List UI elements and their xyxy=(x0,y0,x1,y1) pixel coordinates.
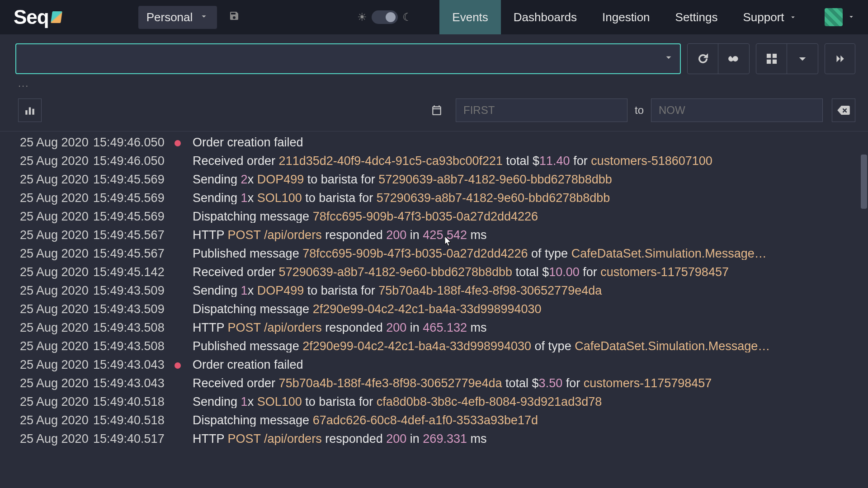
event-row[interactable]: 25 Aug 202015:49:40.518Sending 1x SOL100… xyxy=(0,393,868,411)
event-date: 25 Aug 2020 xyxy=(20,285,93,297)
view-options-chevron[interactable] xyxy=(787,44,818,74)
event-date: 25 Aug 2020 xyxy=(20,377,93,389)
event-date: 25 Aug 2020 xyxy=(20,433,93,445)
signals-ellipsis: ... xyxy=(18,78,29,89)
event-date: 25 Aug 2020 xyxy=(20,322,93,334)
app-logo[interactable]: Seq xyxy=(14,6,61,28)
event-message: Dispatching message 2f290e99-04c2-42c1-b… xyxy=(193,303,868,315)
tail-button[interactable] xyxy=(718,44,749,74)
range-to-input[interactable] xyxy=(651,99,823,122)
event-time: 15:49:43.509 xyxy=(93,303,175,315)
event-time: 15:49:45.569 xyxy=(93,174,175,186)
event-row[interactable]: 25 Aug 202015:49:46.050Received order 21… xyxy=(0,152,868,170)
moon-icon: ☾ xyxy=(402,11,412,23)
avatar-menu-chevron[interactable] xyxy=(847,11,855,23)
event-date: 25 Aug 2020 xyxy=(20,396,93,408)
event-row[interactable]: 25 Aug 202015:49:46.050Order creation fa… xyxy=(0,133,868,152)
refresh-button[interactable] xyxy=(688,44,718,74)
workspace-label: Personal xyxy=(146,10,193,24)
event-date: 25 Aug 2020 xyxy=(20,414,93,427)
range-from-input[interactable] xyxy=(456,99,627,122)
chevron-down-icon xyxy=(199,10,209,24)
event-row[interactable]: 25 Aug 202015:49:45.567HTTP POST /api/or… xyxy=(0,226,868,244)
event-time: 15:49:40.518 xyxy=(93,414,175,427)
signals-row[interactable]: ... xyxy=(0,78,868,96)
event-row[interactable]: 25 Aug 202015:49:43.508Published message… xyxy=(0,337,868,356)
event-time: 15:49:43.508 xyxy=(93,322,175,334)
event-time: 15:49:43.508 xyxy=(93,340,175,352)
event-row[interactable]: 25 Aug 202015:49:45.142Received order 57… xyxy=(0,263,868,282)
event-row[interactable]: 25 Aug 202015:49:40.518Dispatching messa… xyxy=(0,411,868,430)
event-message: Order creation failed xyxy=(193,136,868,149)
toggle-track[interactable] xyxy=(372,10,398,24)
event-time: 15:49:45.142 xyxy=(93,266,175,278)
event-time: 15:49:43.509 xyxy=(93,285,175,297)
svg-rect-5 xyxy=(29,108,31,115)
event-time: 15:49:45.569 xyxy=(93,211,175,223)
event-row[interactable]: 25 Aug 202015:49:45.569Sending 2x DOP499… xyxy=(0,170,868,189)
error-dot-icon xyxy=(175,140,181,146)
save-icon[interactable] xyxy=(229,10,240,24)
event-row[interactable]: 25 Aug 202015:49:45.569Dispatching messa… xyxy=(0,207,868,226)
event-message: HTTP POST /api/orders responded 200 in 2… xyxy=(193,433,868,445)
event-message: Published message 78fcc695-909b-47f3-b03… xyxy=(193,248,868,260)
event-level xyxy=(175,136,193,149)
tab-events[interactable]: Events xyxy=(439,0,501,34)
event-row[interactable]: 25 Aug 202015:49:43.509Sending 1x DOP499… xyxy=(0,282,868,300)
event-message: Order creation failed xyxy=(193,359,868,371)
event-message: Sending 1x DOP499 to barista for 75b70a4… xyxy=(193,285,868,297)
event-message: Received order 211d35d2-40f9-4dc4-91c5-c… xyxy=(193,155,868,167)
tab-label: Ingestion xyxy=(602,10,650,24)
event-time: 15:49:46.050 xyxy=(93,136,175,149)
view-group xyxy=(756,43,818,74)
tab-settings[interactable]: Settings xyxy=(663,0,731,34)
event-time: 15:49:46.050 xyxy=(93,155,175,167)
tab-support[interactable]: Support xyxy=(731,0,810,34)
event-row[interactable]: 25 Aug 202015:49:43.043Order creation fa… xyxy=(0,356,868,374)
grid-view-button[interactable] xyxy=(756,44,787,74)
histogram-button[interactable] xyxy=(18,99,42,122)
tab-label: Dashboards xyxy=(514,10,577,24)
event-date: 25 Aug 2020 xyxy=(20,229,93,241)
query-input[interactable] xyxy=(22,44,663,73)
event-message: Sending 1x SOL100 to barista for 5729063… xyxy=(193,192,868,204)
avatar[interactable] xyxy=(825,8,843,26)
tab-dashboards[interactable]: Dashboards xyxy=(501,0,590,34)
event-message: Published message 2f290e99-04c2-42c1-ba4… xyxy=(193,340,868,352)
expand-button[interactable] xyxy=(825,43,855,74)
error-dot-icon xyxy=(175,362,181,369)
event-date: 25 Aug 2020 xyxy=(20,359,93,371)
event-time: 15:49:43.043 xyxy=(93,359,175,371)
event-time: 15:49:45.567 xyxy=(93,229,175,241)
event-message: Sending 2x DOP499 to barista for 5729063… xyxy=(193,174,868,186)
events-list[interactable]: 25 Aug 202015:49:46.050Order creation fa… xyxy=(0,131,868,448)
sun-icon: ☀ xyxy=(357,11,367,23)
tab-label: Settings xyxy=(675,10,718,24)
event-row[interactable]: 25 Aug 202015:49:45.567Published message… xyxy=(0,244,868,263)
tab-ingestion[interactable]: Ingestion xyxy=(590,0,663,34)
event-date: 25 Aug 2020 xyxy=(20,174,93,186)
event-row[interactable]: 25 Aug 202015:49:43.043Received order 75… xyxy=(0,374,868,393)
event-message: HTTP POST /api/orders responded 200 in 4… xyxy=(193,322,868,334)
query-history-chevron[interactable] xyxy=(663,52,675,66)
event-message: Dispatching message 78fcc695-909b-47f3-b… xyxy=(193,211,868,223)
event-row[interactable]: 25 Aug 202015:49:43.509Dispatching messa… xyxy=(0,300,868,319)
query-input-wrap[interactable] xyxy=(15,43,681,74)
theme-toggle[interactable]: ☀ ☾ xyxy=(357,10,412,24)
svg-rect-4 xyxy=(25,110,27,115)
clear-range-button[interactable] xyxy=(832,99,855,122)
toggle-thumb xyxy=(386,12,396,22)
event-row[interactable]: 25 Aug 202015:49:45.569Sending 1x SOL100… xyxy=(0,189,868,207)
event-date: 25 Aug 2020 xyxy=(20,155,93,167)
event-message: HTTP POST /api/orders responded 200 in 4… xyxy=(193,229,868,241)
event-row[interactable]: 25 Aug 202015:49:40.517HTTP POST /api/or… xyxy=(0,430,868,448)
chevron-down-icon xyxy=(789,13,797,21)
range-to-label: to xyxy=(635,104,644,117)
calendar-button[interactable] xyxy=(425,99,448,122)
event-row[interactable]: 25 Aug 202015:49:43.508HTTP POST /api/or… xyxy=(0,319,868,337)
scrollbar-thumb[interactable] xyxy=(861,155,867,209)
event-time: 15:49:43.043 xyxy=(93,377,175,389)
svg-rect-3 xyxy=(773,60,776,63)
workspace-selector[interactable]: Personal xyxy=(138,6,217,29)
event-level xyxy=(175,359,193,371)
